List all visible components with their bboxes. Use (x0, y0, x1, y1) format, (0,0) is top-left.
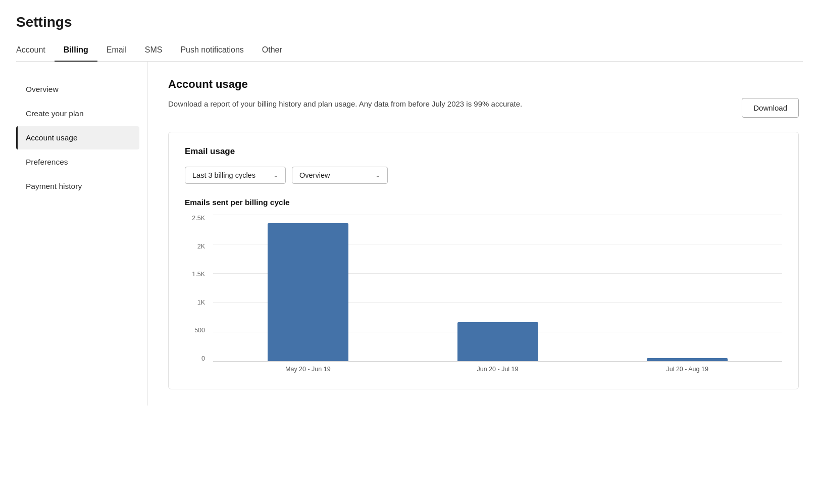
overview-value: Overview (299, 171, 330, 179)
chart-card: Email usage Last 3 billing cycles ⌄ Over… (168, 132, 799, 389)
nav-tab-sms[interactable]: SMS (136, 40, 172, 62)
chart-bar (647, 358, 728, 361)
bar-group (213, 215, 403, 361)
y-label: 2K (197, 243, 205, 250)
page-title: Settings (16, 14, 803, 30)
y-label: 500 (194, 327, 205, 334)
main-content: Account usage Download a report of your … (147, 62, 819, 406)
bar-group (592, 215, 782, 361)
page-header: Settings AccountBillingEmailSMSPush noti… (0, 0, 819, 62)
sidebar-item-payment-history[interactable]: Payment history (16, 175, 139, 198)
chart-container: 05001K1.5K2K2.5K May 20 - Jun 19Jun 20 -… (185, 215, 782, 377)
description-text: Download a report of your billing histor… (168, 98, 522, 110)
y-label: 1K (197, 299, 205, 306)
sidebar-item-preferences[interactable]: Preferences (16, 150, 139, 174)
x-label: Jun 20 - Jul 19 (403, 362, 593, 377)
chevron-down-icon: ⌄ (273, 172, 278, 179)
sidebar-item-account-usage[interactable]: Account usage (16, 126, 139, 149)
chart-y-axis: 05001K1.5K2K2.5K (185, 215, 209, 362)
nav-tab-billing[interactable]: Billing (55, 40, 97, 62)
filters-row: Last 3 billing cycles ⌄ Overview ⌄ (185, 167, 782, 184)
chart-bar (457, 322, 538, 361)
nav-tab-account[interactable]: Account (16, 40, 55, 62)
section-title: Account usage (168, 78, 799, 91)
sidebar: OverviewCreate your planAccount usagePre… (16, 62, 147, 406)
nav-tab-push[interactable]: Push notifications (171, 40, 252, 62)
overview-filter[interactable]: Overview ⌄ (292, 167, 388, 184)
x-label: May 20 - Jun 19 (213, 362, 403, 377)
content-area: OverviewCreate your planAccount usagePre… (0, 62, 819, 406)
chevron-down-icon-2: ⌄ (375, 172, 380, 179)
chart-card-title: Email usage (185, 146, 782, 157)
bar-group (403, 215, 593, 361)
billing-cycles-filter[interactable]: Last 3 billing cycles ⌄ (185, 167, 286, 184)
nav-tab-email[interactable]: Email (97, 40, 136, 62)
sidebar-item-overview[interactable]: Overview (16, 78, 139, 101)
chart-bar (268, 223, 348, 361)
top-nav: AccountBillingEmailSMSPush notifications… (16, 40, 803, 62)
billing-cycles-value: Last 3 billing cycles (192, 171, 255, 179)
y-label: 2.5K (192, 215, 205, 222)
x-label: Jul 20 - Aug 19 (592, 362, 782, 377)
chart-x-axis: May 20 - Jun 19Jun 20 - Jul 19Jul 20 - A… (213, 362, 782, 377)
sidebar-item-create-plan[interactable]: Create your plan (16, 102, 139, 125)
chart-plot (213, 215, 782, 362)
download-button[interactable]: Download (742, 98, 799, 118)
y-label: 0 (201, 356, 205, 362)
description-row: Download a report of your billing histor… (168, 98, 799, 118)
chart-section-title: Emails sent per billing cycle (185, 198, 782, 207)
nav-tab-other[interactable]: Other (253, 40, 291, 62)
y-label: 1.5K (192, 271, 205, 278)
